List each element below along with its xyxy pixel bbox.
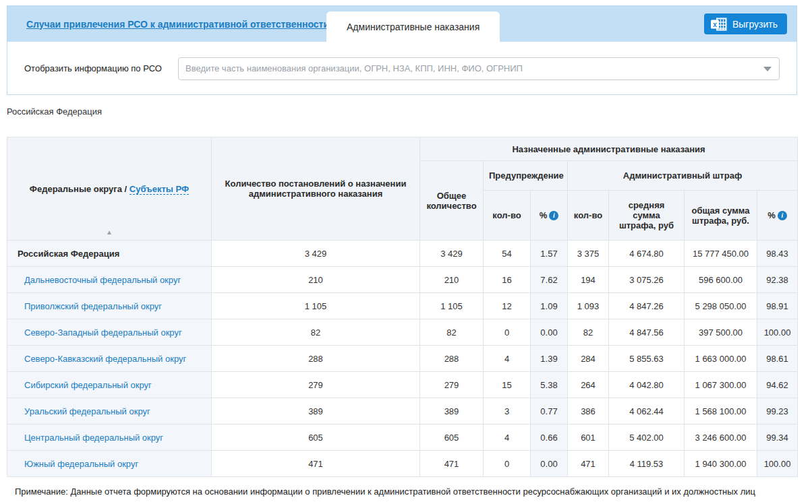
region-link[interactable]: Южный федеральный округ: [24, 459, 138, 469]
header-total-count: Общее количество: [420, 161, 484, 241]
cell-fine-qty: 82: [568, 319, 609, 346]
cell-warn-pct: 5.38: [531, 372, 568, 398]
cell-warn-pct: 7.62: [531, 267, 568, 293]
cell-warn-pct: 0.77: [531, 398, 568, 424]
export-button[interactable]: x Выгрузить: [704, 13, 787, 34]
cell-decisions: 471: [212, 451, 420, 477]
region-cell: Дальневосточный федеральный округ: [7, 267, 212, 293]
header-group-warning: Предупреждение: [484, 161, 568, 191]
region-cell: Северо-Западный федеральный округ: [7, 319, 212, 346]
footnote: Примечание: Данные отчета формируются на…: [15, 486, 755, 497]
info-icon[interactable]: i: [778, 211, 787, 220]
filter-label: Отобразить информацию по РСО: [7, 63, 178, 73]
cell-fine-sum: 397 500.00: [685, 319, 757, 346]
cell-fine-qty: 3 375: [568, 241, 609, 267]
table-row: Центральный федеральный округ60560540.66…: [7, 424, 798, 451]
header-warn-qty: кол-во: [484, 191, 531, 241]
cell-fine-avg: 4 847.56: [609, 319, 685, 346]
region-link[interactable]: Северо-Кавказский федеральный округ: [24, 354, 186, 364]
region-link[interactable]: Уральский федеральный округ: [24, 406, 150, 416]
table-row: Российская Федерация3 4293 429541.573 37…: [7, 241, 798, 267]
cell-fine-avg: 5 402.00: [609, 424, 685, 451]
dropdown-arrow-icon[interactable]: [763, 67, 772, 71]
cell-warn-pct: 1.09: [531, 293, 568, 319]
region-cell: Южный федеральный округ: [7, 451, 212, 477]
cell-warn-qty: 54: [484, 241, 531, 267]
cell-total: 1 105: [420, 293, 484, 319]
header-region-column: Федеральные округа / Субъекты РФ ▲: [7, 137, 212, 241]
table-row: Северо-Кавказский федеральный округ28828…: [7, 346, 798, 372]
cell-fine-avg: 4 062.44: [609, 398, 685, 424]
info-icon[interactable]: i: [549, 211, 558, 220]
region-link[interactable]: Дальневосточный федеральный округ: [24, 275, 181, 285]
cell-fine-sum: 15 777 450.00: [685, 241, 757, 267]
sort-asc-icon[interactable]: ▲: [7, 228, 211, 236]
tab-cases-link[interactable]: Случаи привлечения РСО к административно…: [26, 19, 329, 30]
table-row: Южный федеральный округ47147100.004714 1…: [7, 451, 798, 477]
table-row: Сибирский федеральный округ279279155.382…: [7, 372, 798, 398]
cell-total: 82: [420, 319, 484, 346]
cell-fine-avg: 4 847.26: [609, 293, 685, 319]
cell-warn-pct: 0.66: [531, 424, 568, 451]
cell-decisions: 605: [212, 424, 420, 451]
cell-fine-pct: 94.62: [757, 372, 798, 398]
cell-fine-qty: 1 093: [568, 293, 609, 319]
region-cell: Российская Федерация: [7, 241, 212, 267]
cell-fine-qty: 284: [568, 346, 609, 372]
header-region-label: Федеральные округа /: [30, 184, 129, 194]
cell-fine-pct: 98.91: [757, 293, 798, 319]
header-group-assigned: Назначенные административные наказания: [420, 137, 798, 161]
table-body: Российская Федерация3 4293 429541.573 37…: [7, 241, 798, 477]
cell-warn-pct: 0.00: [531, 451, 568, 477]
cell-fine-pct: 99.34: [757, 424, 798, 451]
svg-text:x: x: [713, 20, 717, 28]
region-cell: Приволжский федеральный округ: [7, 293, 212, 319]
cell-fine-sum: 1 568 100.00: [685, 398, 757, 424]
region-link[interactable]: Северо-Западный федеральный округ: [24, 327, 182, 338]
cell-fine-sum: 596 600.00: [685, 267, 757, 293]
cell-total: 605: [420, 424, 484, 451]
cell-fine-sum: 1 940 300.00: [685, 451, 757, 477]
cell-total: 389: [420, 398, 484, 424]
header-warn-pct: %i: [531, 191, 568, 241]
header-fine-qty: кол-во: [568, 191, 609, 241]
cell-fine-avg: 4 119.53: [609, 451, 685, 477]
cell-warn-qty: 3: [484, 398, 531, 424]
region-cell: Уральский федеральный округ: [7, 398, 212, 424]
region-link[interactable]: Приволжский федеральный округ: [24, 301, 162, 311]
cell-fine-qty: 601: [568, 424, 609, 451]
subjects-rf-link[interactable]: Субъекты РФ: [129, 184, 189, 195]
cell-decisions: 1 105: [212, 293, 420, 319]
cell-fine-pct: 100.00: [757, 451, 798, 477]
punishments-table: Федеральные округа / Субъекты РФ ▲ Колич…: [7, 137, 798, 477]
cell-warn-pct: 1.39: [531, 346, 568, 372]
cell-fine-avg: 4 042.80: [609, 372, 685, 398]
cell-warn-pct: 1.57: [531, 241, 568, 267]
report-panel: Случаи привлечения РСО к административно…: [7, 5, 797, 95]
cell-decisions: 389: [212, 398, 420, 424]
cell-fine-sum: 5 298 050.00: [685, 293, 757, 319]
cell-fine-qty: 471: [568, 451, 609, 477]
region-link[interactable]: Центральный федеральный округ: [24, 433, 163, 443]
cell-fine-sum: 1 663 000.00: [685, 346, 757, 372]
cell-fine-avg: 4 674.80: [609, 241, 685, 267]
cell-warn-qty: 12: [484, 293, 531, 319]
rso-search-input[interactable]: [178, 57, 780, 80]
filter-row: Отобразить информацию по РСО: [7, 42, 796, 95]
cell-decisions: 210: [212, 267, 420, 293]
cell-total: 279: [420, 372, 484, 398]
cell-decisions: 279: [212, 372, 420, 398]
cell-warn-qty: 16: [484, 267, 531, 293]
region-total-label: Российская Федерация: [18, 249, 119, 259]
cell-fine-avg: 3 075.26: [609, 267, 685, 293]
cell-fine-pct: 98.61: [757, 346, 798, 372]
header-fine-avg: средняя сумма штрафа, руб: [609, 191, 685, 241]
header-fine-pct: %i: [757, 191, 798, 241]
region-link[interactable]: Сибирский федеральный округ: [24, 380, 152, 390]
cell-total: 3 429: [420, 241, 484, 267]
table-row: Приволжский федеральный округ1 1051 1051…: [7, 293, 798, 319]
tab-administrative-punishments[interactable]: Административные наказания: [326, 11, 500, 42]
region-cell: Северо-Кавказский федеральный округ: [7, 346, 212, 372]
table-row: Уральский федеральный округ38938930.7738…: [7, 398, 798, 424]
cell-decisions: 82: [212, 319, 420, 346]
